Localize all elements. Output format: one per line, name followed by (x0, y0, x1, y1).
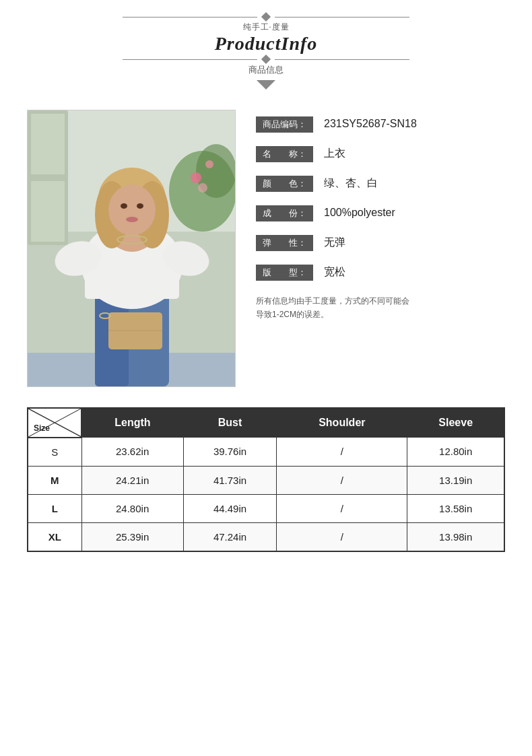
product-image-wrap (27, 110, 236, 387)
value-code: 231SY52687-SN18 (324, 118, 417, 130)
shoulder-s: / (277, 438, 407, 467)
label-code: 商品编码： (256, 116, 313, 133)
value-fit: 宽松 (324, 265, 345, 279)
header-line-right2 (275, 59, 409, 60)
detail-row-material: 成 份： 100%polyester (256, 205, 505, 221)
bust-xl: 47.24in (183, 522, 277, 551)
size-xl: XL (28, 522, 81, 551)
sleeve-m: 13.19in (407, 466, 504, 494)
product-image-svg (28, 110, 236, 386)
length-l: 24.80in (81, 494, 183, 522)
detail-row-code: 商品编码： 231SY52687-SN18 (256, 116, 505, 133)
value-color: 绿、杏、白 (324, 176, 378, 191)
detail-row-color: 颜 色： 绿、杏、白 (256, 176, 505, 192)
bust-m: 41.73in (183, 466, 277, 494)
table-row: XL 25.39in 47.24in / 13.98in (28, 522, 504, 551)
diamond-icon (261, 12, 271, 22)
svg-point-8 (205, 160, 213, 168)
size-table-body: S 23.62in 39.76in / 12.80in M 24.21in 41… (28, 438, 504, 551)
length-s: 23.62in (81, 438, 183, 467)
label-elasticity: 弹 性： (256, 235, 313, 251)
svg-point-22 (121, 203, 127, 209)
size-col-header: Size (28, 408, 81, 438)
sleeve-xl: 13.98in (407, 522, 504, 551)
label-name: 名 称： (256, 146, 313, 162)
size-section: Size Length Bust Shoulder Sleeve S 23.62… (0, 401, 532, 572)
svg-point-21 (108, 184, 156, 236)
sleeve-l: 13.58in (407, 494, 504, 522)
size-l: L (28, 494, 81, 522)
shoulder-m: / (277, 466, 407, 494)
detail-row-name: 名 称： 上衣 (256, 146, 505, 162)
header-line-left2 (123, 59, 257, 60)
value-material: 100%polyester (324, 207, 395, 219)
table-row: S 23.62in 39.76in / 12.80in (28, 438, 504, 467)
table-row: L 24.80in 44.49in / 13.58in (28, 494, 504, 522)
length-m: 24.21in (81, 466, 183, 494)
sleeve-col-header: Sleeve (407, 408, 504, 438)
size-table: Size Length Bust Shoulder Sleeve S 23.62… (27, 407, 505, 552)
detail-row-elasticity: 弹 性： 无弹 (256, 235, 505, 251)
svg-point-9 (198, 183, 207, 193)
product-note: 所有信息均由手工度量，方式的不同可能会导致1-2CM的误差。 (256, 294, 505, 322)
chevron-down-icon (257, 80, 275, 90)
bust-col-header: Bust (183, 408, 277, 438)
product-section: 商品编码： 231SY52687-SN18 名 称： 上衣 颜 色： 绿、杏、白… (0, 96, 532, 401)
label-material: 成 份： (256, 205, 313, 221)
shoulder-xl: / (277, 522, 407, 551)
svg-rect-4 (31, 181, 65, 242)
length-col-header: Length (81, 408, 183, 438)
header-decoration-top (0, 13, 532, 20)
table-row: M 24.21in 41.73in / 13.19in (28, 466, 504, 494)
svg-point-7 (191, 172, 201, 183)
shoulder-l: / (277, 494, 407, 522)
header-top-text: 纯手工·度量 (0, 22, 532, 33)
svg-point-24 (126, 217, 138, 222)
value-elasticity: 无弹 (324, 236, 345, 250)
svg-rect-3 (31, 114, 65, 174)
product-details: 商品编码： 231SY52687-SN18 名 称： 上衣 颜 色： 绿、杏、白… (256, 110, 505, 322)
size-s: S (28, 438, 81, 467)
detail-row-fit: 版 型： 宽松 (256, 265, 505, 281)
header-line-left (123, 17, 257, 18)
length-xl: 25.39in (81, 522, 183, 551)
header-subtitle: 商品信息 (0, 64, 532, 76)
label-color: 颜 色： (256, 176, 313, 192)
bust-l: 44.49in (183, 494, 277, 522)
bust-s: 39.76in (183, 438, 277, 467)
diamond-icon2 (261, 55, 271, 64)
product-image (28, 110, 236, 386)
size-m: M (28, 466, 81, 494)
header-line-right (275, 17, 409, 18)
svg-point-23 (137, 203, 143, 209)
sleeve-s: 12.80in (407, 438, 504, 467)
page-header: 纯手工·度量 ProductInfo 商品信息 (0, 0, 532, 96)
shoulder-col-header: Shoulder (277, 408, 407, 438)
header-title: ProductInfo (0, 33, 532, 55)
label-fit: 版 型： (256, 265, 313, 281)
value-name: 上衣 (324, 147, 345, 161)
